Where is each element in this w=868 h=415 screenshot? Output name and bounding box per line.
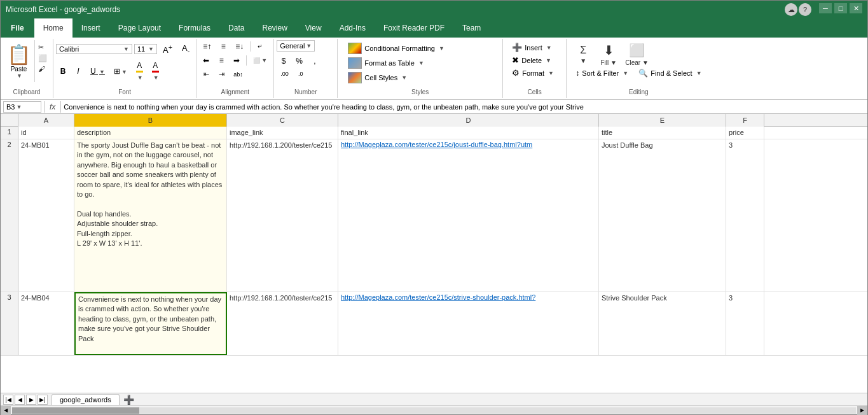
find-select-button[interactable]: 🔍 Find & Select ▼ bbox=[635, 67, 705, 79]
align-top-right-button[interactable]: ≡↓ bbox=[231, 40, 247, 53]
font-color-button[interactable]: A ▼ bbox=[148, 59, 163, 83]
cell-B1[interactable]: description bbox=[74, 127, 227, 139]
cell-D1[interactable]: final_link bbox=[338, 127, 599, 139]
merge-center-button[interactable]: ⬜▼ bbox=[249, 55, 271, 66]
cell-B2[interactable]: The sporty Joust Duffle Bag can't be bea… bbox=[74, 139, 227, 292]
align-center-button[interactable]: ≡ bbox=[214, 54, 228, 67]
cell-C1[interactable]: image_link bbox=[227, 127, 338, 139]
minimize-button[interactable]: ─ bbox=[819, 3, 832, 13]
cell-A1[interactable]: id bbox=[18, 127, 74, 139]
bold-button[interactable]: B bbox=[56, 65, 70, 78]
number-format-box[interactable]: General ▼ bbox=[277, 40, 315, 52]
cell-A3[interactable]: 24-MB04 bbox=[18, 292, 74, 355]
sheet-nav-last[interactable]: ▶| bbox=[38, 395, 48, 405]
col-header-B[interactable]: B bbox=[74, 114, 227, 127]
cell-E3[interactable]: Strive Shoulder Pack bbox=[599, 292, 726, 355]
border-button[interactable]: ⊞▼ bbox=[110, 65, 131, 78]
cell-F1[interactable]: price bbox=[726, 127, 764, 139]
increase-font-button[interactable]: A+ bbox=[159, 41, 176, 57]
format-as-table-button[interactable]: Format as Table ▼ bbox=[344, 56, 428, 70]
sheet-tab-insert-icon[interactable]: ➕ bbox=[123, 395, 134, 405]
font-size-box[interactable]: 11 ▼ bbox=[134, 44, 157, 54]
decrease-indent-button[interactable]: ⇤ bbox=[199, 68, 213, 80]
copy-button[interactable]: ⬜ bbox=[36, 53, 49, 63]
currency-button[interactable]: $ bbox=[277, 55, 291, 67]
cell-D3[interactable]: http://Mageplaza.com/tester/ce215c/striv… bbox=[338, 292, 599, 355]
alignment-label: Alignment bbox=[199, 87, 271, 97]
sort-filter-button[interactable]: ↕ Sort & Filter ▼ bbox=[572, 67, 632, 79]
scroll-right-btn[interactable]: ▶ bbox=[857, 406, 867, 415]
paste-button[interactable]: 📋 Paste ▼ bbox=[3, 40, 35, 82]
help-question-icon[interactable]: ? bbox=[799, 3, 811, 16]
font-name-box[interactable]: Calibri ▼ bbox=[56, 44, 132, 54]
italic-button[interactable]: I bbox=[71, 65, 85, 78]
cell-D2-link[interactable]: http://Mageplaza.com/tester/ce215c/joust… bbox=[341, 141, 532, 148]
scroll-track[interactable] bbox=[12, 407, 856, 414]
scroll-left-btn[interactable]: ◀ bbox=[1, 406, 11, 415]
align-top-center-button[interactable]: ≡ bbox=[216, 40, 230, 53]
cell-D2[interactable]: http://Mageplaza.com/tester/ce215c/joust… bbox=[338, 139, 599, 292]
fill-color-button[interactable]: A ▼ bbox=[132, 59, 147, 83]
help-cloud-icon[interactable]: ☁ bbox=[785, 3, 797, 16]
cut-button[interactable]: ✂ bbox=[36, 43, 49, 52]
tab-formulas[interactable]: Formulas bbox=[170, 18, 219, 38]
cell-E2[interactable]: Joust Duffle Bag bbox=[599, 139, 726, 292]
cell-E1[interactable]: title bbox=[599, 127, 726, 139]
col-header-E[interactable]: E bbox=[599, 114, 726, 127]
comma-button[interactable]: , bbox=[308, 55, 322, 67]
col-header-A[interactable]: A bbox=[18, 114, 74, 127]
sheet-tab-google-adwords[interactable]: google_adwords bbox=[52, 394, 120, 405]
tab-review[interactable]: Review bbox=[253, 18, 296, 38]
cell-reference-box[interactable]: B3 ▼ bbox=[3, 101, 41, 113]
cell-F3[interactable]: 3 bbox=[726, 292, 764, 355]
restore-button[interactable]: □ bbox=[834, 3, 847, 13]
align-left-button[interactable]: ⬅ bbox=[199, 54, 213, 67]
tab-team[interactable]: Team bbox=[453, 18, 490, 38]
decrease-decimal-button[interactable]: .0 bbox=[294, 69, 308, 79]
text-direction-button[interactable]: ab↕ bbox=[230, 69, 247, 80]
increase-decimal-button[interactable]: .00 bbox=[277, 69, 293, 79]
sheet-nav-first[interactable]: |◀ bbox=[3, 395, 13, 405]
insert-button[interactable]: ➕ Insert ▼ bbox=[508, 41, 555, 53]
autosum-button[interactable]: Σ ▼ bbox=[572, 41, 595, 67]
close-button[interactable]: ✕ bbox=[850, 3, 862, 13]
scroll-thumb[interactable] bbox=[12, 407, 139, 414]
delete-button[interactable]: ✖ Delete ▼ bbox=[508, 54, 555, 66]
cell-F2[interactable]: 3 bbox=[726, 139, 764, 292]
decrease-font-button[interactable]: A- bbox=[178, 41, 193, 57]
clear-button[interactable]: ⬜ Clear ▼ bbox=[623, 41, 651, 67]
formula-content[interactable]: Convenience is next to nothing when your… bbox=[64, 103, 865, 111]
clear-label: Clear ▼ bbox=[625, 59, 649, 66]
format-painter-button[interactable]: 🖌 bbox=[36, 64, 49, 73]
cell-A2[interactable]: 24-MB01 bbox=[18, 139, 74, 292]
cell-ref-dropdown[interactable]: ▼ bbox=[16, 104, 22, 110]
format-button[interactable]: ⚙ Format ▼ bbox=[508, 67, 558, 79]
wrap-text-button[interactable]: ↵ bbox=[253, 41, 267, 52]
tab-foxit[interactable]: Foxit Reader PDF bbox=[375, 18, 453, 38]
cell-styles-button[interactable]: Cell Styles ▼ bbox=[344, 71, 411, 85]
tab-view[interactable]: View bbox=[296, 18, 331, 38]
col-header-C[interactable]: C bbox=[227, 114, 338, 127]
align-right-button[interactable]: ➡ bbox=[230, 54, 244, 67]
increase-indent-button[interactable]: ⇥ bbox=[214, 68, 228, 80]
tab-home[interactable]: Home bbox=[34, 18, 72, 38]
tab-insert[interactable]: Insert bbox=[72, 18, 109, 38]
cell-C3[interactable]: http://192.168.1.200/tester/ce215 bbox=[227, 292, 338, 355]
sheet-nav-next[interactable]: ▶ bbox=[26, 395, 36, 405]
underline-button[interactable]: U ▼ bbox=[86, 65, 109, 78]
align-top-left-button[interactable]: ≡↑ bbox=[199, 40, 215, 53]
col-header-F[interactable]: F bbox=[726, 114, 764, 127]
col-header-D[interactable]: D bbox=[338, 114, 599, 127]
tab-page-layout[interactable]: Page Layout bbox=[109, 18, 170, 38]
tab-data[interactable]: Data bbox=[219, 18, 253, 38]
horizontal-scrollbar[interactable]: ◀ ▶ bbox=[1, 405, 867, 414]
conditional-formatting-button[interactable]: Conditional Formatting ▼ bbox=[344, 41, 448, 55]
cell-C2[interactable]: http://192.168.1.200/tester/ce215 bbox=[227, 139, 338, 292]
fill-button[interactable]: ⬇ Fill ▼ bbox=[597, 41, 620, 67]
tab-file[interactable]: File bbox=[1, 18, 34, 38]
cell-D3-link[interactable]: http://Mageplaza.com/tester/ce215c/striv… bbox=[341, 293, 535, 301]
tab-addins[interactable]: Add-Ins bbox=[331, 18, 375, 38]
cell-B3[interactable]: Convenience is next to nothing when your… bbox=[74, 292, 227, 355]
sheet-nav-prev[interactable]: ◀ bbox=[15, 395, 25, 405]
percent-button[interactable]: % bbox=[292, 55, 307, 67]
